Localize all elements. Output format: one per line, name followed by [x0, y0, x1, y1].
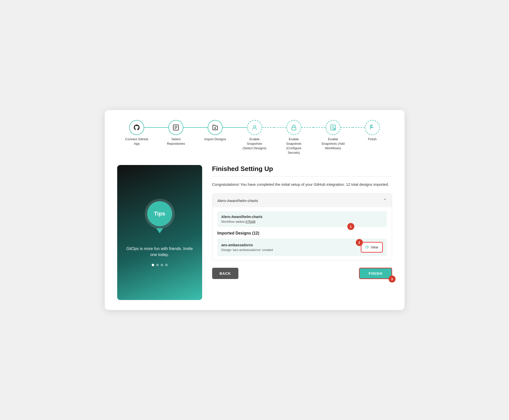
- step-icon-enable-snapshots-add: [326, 120, 341, 135]
- tips-dots: [152, 264, 168, 266]
- step-label-connect-github: Connect GitHub App: [123, 137, 150, 146]
- design-name: aes-ambassadorns: [221, 243, 273, 247]
- accordion-header[interactable]: Alero-Awani/helm-charts ⌃: [212, 194, 392, 207]
- tips-dot-4: [165, 264, 168, 266]
- finish-btn-wrap: FINISH 3: [359, 268, 392, 279]
- imported-section: Imported Designs (12) aes-ambassadorns D…: [217, 231, 387, 256]
- accordion-body: Alero-Awani/helm-charts Workflow added #…: [212, 207, 392, 260]
- spin-icon: ⟳: [365, 244, 369, 250]
- step-icon-connect-github: [129, 120, 144, 135]
- tips-card: Tips GitOps is more fun with friends. In…: [117, 165, 202, 300]
- badge-1: 1: [347, 223, 354, 230]
- step-icon-select-repos: [168, 120, 183, 135]
- step-enable-snapshots-configure: EnableSnapshots(ConfigureSecrets): [274, 120, 313, 155]
- step-finish: Finish: [353, 120, 392, 142]
- badge-2: 2: [356, 239, 363, 246]
- tips-text: GitOps is more fun with friends. Invite …: [125, 246, 195, 258]
- design-card: aes-ambassadorns Design 'aes-ambassadorn…: [217, 238, 387, 256]
- imported-section-label: Imported Designs (12): [217, 231, 387, 236]
- tips-dot-1: [152, 264, 154, 266]
- chevron-up-icon: ⌃: [383, 198, 387, 203]
- step-import-designs: Import Designs: [196, 120, 235, 142]
- view-label: View: [371, 245, 378, 249]
- design-status: Design 'aes-ambassadorns' created: [221, 248, 273, 252]
- workflow-link[interactable]: #7f2d9: [245, 220, 255, 224]
- tips-dot-2: [156, 264, 159, 266]
- view-button[interactable]: ⟳ View: [361, 242, 383, 252]
- main-content: Tips GitOps is more fun with friends. In…: [117, 165, 392, 300]
- stepper: Connect GitHub App SelectRepositories: [117, 120, 392, 155]
- step-label-enable-snapshots-configure: EnableSnapshots(ConfigureSecrets): [286, 137, 301, 155]
- tips-circle-inner: Tips: [147, 201, 172, 226]
- accordion: Alero-Awani/helm-charts ⌃ Alero-Awani/he…: [212, 194, 392, 260]
- divider: [212, 176, 392, 176]
- step-connect-github: Connect GitHub App: [117, 120, 156, 146]
- step-enable-snapshots-add: EnableSnapshots (AddWorkflows): [313, 120, 353, 151]
- step-label-enable-snapshots-add: EnableSnapshots (AddWorkflows): [322, 137, 345, 151]
- back-button[interactable]: BACK: [212, 268, 238, 279]
- page-heading: Finished Setting Up: [212, 165, 392, 173]
- congrats-text: Congratulations! You have completed the …: [212, 182, 392, 188]
- footer-buttons: BACK FINISH 3: [212, 268, 392, 279]
- step-label-import-designs: Import Designs: [204, 137, 226, 142]
- svg-rect-5: [292, 127, 296, 130]
- tips-circle-outer: Tips: [145, 199, 175, 229]
- step-icon-enable-snapshots-configure: [286, 120, 301, 135]
- step-icon-import-designs: [208, 120, 223, 135]
- step-label-select-repos: SelectRepositories: [167, 137, 185, 146]
- workflow-repo-name: Alero-Awani/helm-charts: [221, 215, 383, 219]
- tips-dot-3: [161, 264, 163, 266]
- step-label-finish: Finish: [368, 137, 377, 142]
- finish-button[interactable]: FINISH: [359, 268, 392, 279]
- workflow-info: Workflow added #7f2d9: [221, 220, 383, 224]
- design-card-info: aes-ambassadorns Design 'aes-ambassadorn…: [221, 243, 273, 252]
- view-btn-wrap: ⟳ View 2: [361, 242, 383, 252]
- workflow-card: Alero-Awani/helm-charts Workflow added #…: [217, 211, 387, 227]
- tips-icon-wrap: Tips: [145, 199, 175, 233]
- step-enable-snapshots-select: EnableSnapshots(Select Designs): [235, 120, 274, 151]
- modal-container: Connect GitHub App SelectRepositories: [105, 110, 405, 310]
- badge-3: 3: [389, 276, 396, 282]
- tips-title: Tips: [154, 210, 165, 217]
- right-panel: Finished Setting Up Congratulations! You…: [212, 165, 392, 279]
- step-label-enable-snapshots-select: EnableSnapshots(Select Designs): [243, 137, 266, 151]
- tips-pointer: [156, 228, 163, 233]
- step-icon-finish: [365, 120, 380, 135]
- step-icon-enable-snapshots-select: [247, 120, 262, 135]
- step-select-repos: SelectRepositories: [156, 120, 196, 146]
- accordion-repo-label: Alero-Awani/helm-charts: [217, 198, 258, 203]
